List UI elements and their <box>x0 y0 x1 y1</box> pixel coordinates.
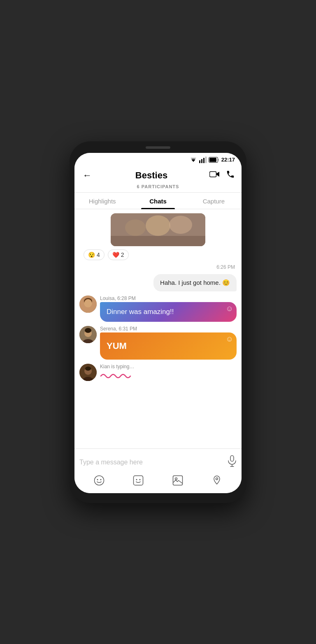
status-time: 22:17 <box>221 157 235 163</box>
svg-marker-1 <box>191 158 196 160</box>
tab-capture[interactable]: Capture <box>186 193 242 209</box>
toolbar-row <box>79 473 237 491</box>
reaction-heart[interactable]: ❤️ 2 <box>108 249 129 260</box>
louisa-msg-content: Louisa, 6:28 PM Dinner was amazing!! ☺ <box>100 295 237 322</box>
typing-indicator: Kian is typing… <box>79 364 237 381</box>
svg-rect-37 <box>173 475 182 485</box>
sticker-toolbar-icon[interactable] <box>133 475 144 488</box>
svg-rect-7 <box>209 158 216 162</box>
serena-sender-time: Serena, 6:31 PM <box>100 326 237 332</box>
msg-serena: Serena, 6:31 PM YUM ☺ <box>79 326 237 360</box>
msg-outgoing: Haha. I just got home. 😊 <box>79 274 237 291</box>
image-toolbar-icon[interactable] <box>172 475 183 488</box>
svg-point-36 <box>139 479 141 480</box>
svg-point-18 <box>84 299 92 307</box>
status-icons: 22:17 <box>190 156 235 164</box>
svg-rect-34 <box>134 475 143 485</box>
timestamp-outgoing: 6:26 PM <box>79 264 237 270</box>
heart-emoji: ❤️ <box>112 252 119 258</box>
message-input-row: Type a message here <box>79 453 237 473</box>
svg-point-10 <box>146 215 170 236</box>
tabs-bar: Highlights Chats Capture <box>74 193 242 209</box>
svg-point-27 <box>85 367 91 371</box>
shared-image-area: 😯 4 ❤️ 2 <box>79 213 237 260</box>
location-toolbar-icon[interactable] <box>211 475 222 488</box>
emoji-toolbar-icon[interactable] <box>94 475 105 488</box>
svg-rect-4 <box>203 158 204 163</box>
phone-call-icon[interactable] <box>226 170 235 181</box>
svg-rect-8 <box>210 172 216 177</box>
phone-device: 22:17 ← Besties <box>70 141 246 503</box>
chat-title: Besties <box>135 170 167 181</box>
wifi-icon <box>190 156 197 164</box>
chat-header: ← Besties <box>74 165 242 193</box>
header-row: ← Besties <box>81 169 235 184</box>
heart-count: 2 <box>121 252 124 258</box>
phone-screen: 22:17 ← Besties <box>74 153 242 493</box>
svg-point-22 <box>85 328 91 333</box>
message-input[interactable]: Type a message here <box>79 459 228 466</box>
typing-wave <box>100 371 134 381</box>
react-serena-btn[interactable]: ☺ <box>226 335 233 344</box>
reaction-surprised[interactable]: 😯 4 <box>84 249 105 260</box>
tab-highlights[interactable]: Highlights <box>74 193 130 209</box>
react-louisa-btn[interactable]: ☺ <box>226 305 233 313</box>
chat-area: 😯 4 ❤️ 2 6:26 PM Haha. I just got home. … <box>74 209 242 448</box>
participants-label: 6 PARTICIPANTS <box>81 184 235 192</box>
status-bar: 22:17 <box>74 153 242 165</box>
svg-rect-5 <box>205 157 207 163</box>
bubble-outgoing: Haha. I just got home. 😊 <box>153 274 237 291</box>
bubble-louisa[interactable]: Dinner was amazing!! ☺ <box>100 302 237 322</box>
svg-point-35 <box>136 479 137 480</box>
signal-icon <box>199 156 207 164</box>
typing-label: Kian is typing… <box>100 364 134 369</box>
svg-point-12 <box>125 219 146 236</box>
svg-point-13 <box>169 216 192 234</box>
svg-point-39 <box>216 478 218 480</box>
reactions-row: 😯 4 ❤️ 2 <box>84 249 129 260</box>
bubble-serena[interactable]: YUM ☺ <box>100 332 237 360</box>
svg-point-38 <box>175 478 177 480</box>
msg-louisa: Louisa, 6:28 PM Dinner was amazing!! ☺ <box>79 295 237 322</box>
shared-image <box>111 213 205 246</box>
tab-chats[interactable]: Chats <box>130 193 186 209</box>
svg-rect-11 <box>111 236 205 246</box>
avatar-serena <box>79 326 97 343</box>
phone-speaker <box>146 146 170 149</box>
header-actions <box>209 170 235 181</box>
battery-icon <box>209 157 219 163</box>
avatar-kian <box>79 364 97 381</box>
louisa-sender-time: Louisa, 6:28 PM <box>100 295 237 301</box>
svg-point-31 <box>94 475 104 485</box>
surprised-emoji: 😯 <box>88 252 95 258</box>
serena-msg-content: Serena, 6:31 PM YUM ☺ <box>100 326 237 360</box>
svg-point-33 <box>100 479 101 480</box>
surprised-count: 4 <box>97 252 100 258</box>
wave-svg <box>100 371 133 381</box>
back-button[interactable]: ← <box>81 169 93 182</box>
avatar-louisa <box>79 295 97 313</box>
svg-point-32 <box>97 479 98 480</box>
image-preview <box>111 213 205 246</box>
input-area: Type a message here <box>74 448 242 493</box>
video-call-icon[interactable] <box>209 171 220 180</box>
svg-rect-2 <box>199 160 200 163</box>
svg-rect-28 <box>230 455 234 461</box>
svg-rect-3 <box>201 159 202 163</box>
kian-typing-content: Kian is typing… <box>100 364 134 381</box>
mic-icon[interactable] <box>228 455 237 469</box>
